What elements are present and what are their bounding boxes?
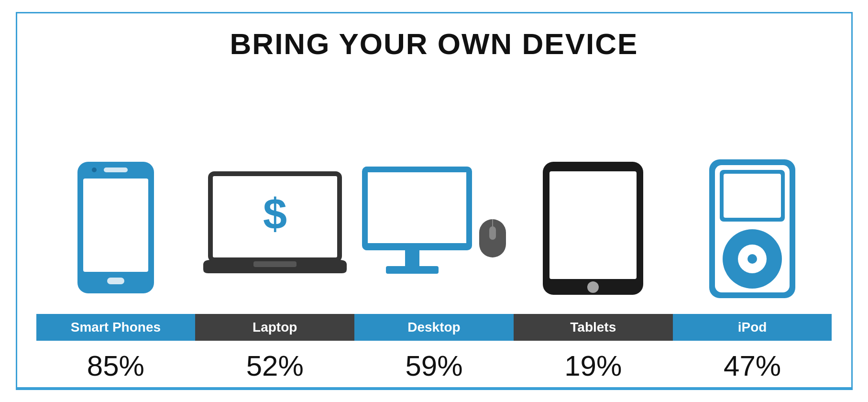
svg-rect-3 — [107, 278, 124, 284]
laptop-icon: $ — [201, 147, 349, 310]
main-card: BRING YOUR OWN DEVICE Smart Phones — [16, 12, 853, 390]
ipod-label: iPod — [673, 314, 832, 341]
device-col-ipod: iPod 47% — [673, 147, 832, 387]
device-col-laptop: $ Laptop 52% — [195, 147, 354, 387]
svg-rect-8 — [253, 261, 297, 267]
svg-rect-22 — [724, 174, 781, 218]
svg-rect-17 — [549, 171, 637, 279]
svg-point-25 — [747, 254, 757, 264]
smartphone-percentage: 85% — [87, 349, 144, 382]
desktop-percentage: 59% — [405, 349, 462, 382]
smartphone-label: Smart Phones — [36, 314, 196, 341]
svg-rect-11 — [405, 250, 419, 267]
ipod-percentage: 47% — [724, 349, 781, 382]
bottom-divider — [17, 387, 851, 389]
page-title: BRING YOUR OWN DEVICE — [230, 27, 638, 61]
svg-point-18 — [587, 281, 599, 293]
laptop-percentage: 52% — [246, 349, 304, 382]
tablet-percentage: 19% — [564, 349, 622, 382]
svg-rect-1 — [83, 179, 148, 272]
svg-rect-10 — [368, 172, 466, 243]
svg-rect-2 — [104, 168, 128, 172]
device-col-desktop: Desktop 59% — [354, 147, 514, 387]
laptop-label: Laptop — [195, 314, 354, 341]
device-col-smartphone: Smart Phones 85% — [36, 147, 196, 387]
tablet-icon — [538, 147, 648, 310]
svg-rect-12 — [386, 266, 439, 274]
device-col-tablet: Tablets 19% — [514, 147, 673, 387]
tablet-label: Tablets — [514, 314, 673, 341]
desktop-icon — [357, 147, 510, 310]
ipod-icon — [704, 147, 800, 310]
svg-point-4 — [92, 168, 97, 172]
devices-row: Smart Phones 85% $ Laptop — [17, 61, 851, 387]
desktop-label: Desktop — [354, 314, 514, 341]
svg-text:$: $ — [263, 190, 287, 238]
smartphone-icon — [73, 147, 159, 310]
